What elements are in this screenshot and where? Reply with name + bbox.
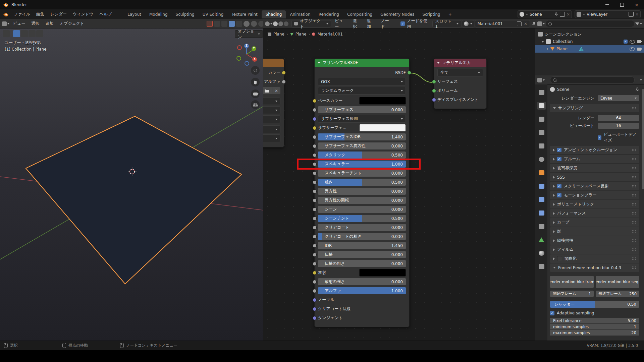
expand-icon[interactable] xyxy=(541,41,544,43)
new-scene-icon[interactable] xyxy=(560,12,565,17)
gizmo-z-axis[interactable]: Z xyxy=(244,44,249,48)
input-socket[interactable] xyxy=(313,126,317,130)
eye-icon[interactable] xyxy=(630,47,635,51)
chevron-down-icon[interactable] xyxy=(640,79,642,81)
sampling-value-field[interactable]: 64 xyxy=(598,115,639,121)
panel-12[interactable]: 簡略化 xyxy=(550,254,639,263)
panel-checkbox[interactable]: ✓ xyxy=(557,193,561,197)
panel-grip-icon[interactable] xyxy=(632,167,636,170)
material-slot-dropdown[interactable]: スロット1 xyxy=(432,20,461,27)
panel-grip-icon[interactable] xyxy=(632,107,636,110)
output-target-dropdown[interactable]: 全て xyxy=(437,69,483,76)
panel-grip-icon[interactable] xyxy=(632,239,636,242)
slider-1[interactable]: サブサーフェス0.000 xyxy=(318,106,406,113)
input-socket[interactable] xyxy=(432,98,436,102)
panel-11[interactable]: フィルム xyxy=(550,245,639,254)
properties-tab-physics[interactable] xyxy=(537,209,546,217)
panel-checkbox[interactable]: ✓ xyxy=(557,184,561,188)
workspace-tab-compositing[interactable]: Compositing xyxy=(343,10,376,18)
editor-type-icon[interactable] xyxy=(2,21,7,26)
chevron-down-icon[interactable] xyxy=(543,79,545,81)
properties-tab-material[interactable] xyxy=(537,249,546,257)
input-socket[interactable] xyxy=(313,207,317,212)
panel-2[interactable]: 被写界深度 xyxy=(550,164,639,172)
use-nodes-toggle[interactable]: ✓ ノードを使用 xyxy=(400,19,431,29)
panel-grip-icon[interactable] xyxy=(632,176,636,179)
workspace-tab-shading[interactable]: Shading xyxy=(262,10,286,18)
viewport-menu-3[interactable]: オブジェクト xyxy=(57,19,88,28)
bsdf-output-socket[interactable] xyxy=(407,71,411,75)
panel-grip-icon[interactable] xyxy=(632,221,636,224)
properties-tab-texture[interactable] xyxy=(537,263,546,270)
scene-selector[interactable]: Scene × xyxy=(518,10,572,18)
input-socket[interactable] xyxy=(313,171,317,175)
slider-6[interactable]: メタリック0.500 xyxy=(318,152,406,159)
slider-18[interactable]: 伝播の粗さ0.000 xyxy=(318,260,406,267)
properties-tab-object-data[interactable] xyxy=(537,236,546,244)
input-socket[interactable] xyxy=(313,144,317,148)
input-socket[interactable] xyxy=(313,271,317,275)
panel-checkbox[interactable]: ✓ xyxy=(557,148,561,152)
input-socket[interactable] xyxy=(313,135,317,139)
outliner-row-collection[interactable]: Collection ✓ xyxy=(535,38,644,45)
output-socket[interactable] xyxy=(282,80,286,84)
chevron-down-icon[interactable] xyxy=(270,23,272,24)
motion-blur-value-row-2[interactable]: maximum samples20 xyxy=(550,330,639,336)
image-texture-node[interactable]: カラーアルファ× xyxy=(263,58,284,147)
input-socket[interactable] xyxy=(313,162,317,166)
shader-ball-object-icon[interactable] xyxy=(273,21,278,26)
color-swatch[interactable] xyxy=(359,124,406,132)
slider-20[interactable]: 放射の強さ0.000 xyxy=(318,278,406,285)
workspace-tab-layout[interactable]: Layout xyxy=(123,10,145,18)
filter-icon[interactable] xyxy=(635,22,639,25)
input-socket[interactable] xyxy=(313,262,317,266)
outliner-row-plane[interactable]: Plane xyxy=(535,45,644,53)
use-nodes-checkbox[interactable]: ✓ xyxy=(400,21,405,26)
slider-11[interactable]: 異方性の回転0.000 xyxy=(318,197,406,204)
properties-tab-render[interactable] xyxy=(537,102,546,110)
unlink-image-button[interactable]: × xyxy=(272,87,280,94)
unlink-material-icon[interactable]: × xyxy=(524,21,527,26)
workspace-tab-geometry-nodes[interactable]: Geometry Nodes xyxy=(376,10,418,18)
sampling-value-field[interactable]: 16 xyxy=(598,123,639,129)
gizmo-x-neg[interactable] xyxy=(237,45,242,50)
motion-blur-button-0[interactable]: Render motion blur frame xyxy=(550,276,594,288)
input-socket[interactable] xyxy=(313,198,317,202)
properties-tab-constraints[interactable] xyxy=(537,223,546,230)
sampling-panel-header[interactable]: サンプリング xyxy=(550,104,639,112)
panel-8[interactable]: カーブ xyxy=(550,218,639,227)
menu-0[interactable]: ファイル xyxy=(11,10,33,18)
panel-checkbox[interactable] xyxy=(557,256,562,261)
input-socket[interactable] xyxy=(313,253,317,257)
shading-solid-icon[interactable] xyxy=(244,21,250,27)
material-browse-dropdown[interactable] xyxy=(462,20,474,27)
frame-field-1[interactable]: 最終フレーム250 xyxy=(596,291,639,297)
dropdown-2[interactable]: サブサーフェス範囲 xyxy=(318,115,406,123)
pin-icon[interactable] xyxy=(554,12,558,16)
viewport-menu-2[interactable]: 追加 xyxy=(43,19,57,28)
adaptive-sampling-checkbox[interactable]: ✓ xyxy=(550,311,554,315)
slider-7[interactable]: スペキュラー1.000 xyxy=(318,161,406,168)
outliner[interactable]: シーンコレクション Collection ✓ Plane xyxy=(535,19,644,76)
input-socket[interactable] xyxy=(313,226,317,230)
material-output-node[interactable]: マテリアル出力 全て サーフェスボリュームディスプレイスメント xyxy=(434,58,487,109)
shader-menu-3[interactable]: ノード xyxy=(378,19,396,31)
output-socket[interactable] xyxy=(282,71,286,75)
workspace-tab-rendering[interactable]: Rendering xyxy=(315,10,343,18)
panel-3[interactable]: SSS xyxy=(550,173,639,181)
camera-view-button[interactable] xyxy=(251,89,260,98)
menu-3[interactable]: ウィンドウ xyxy=(70,10,96,18)
shading-material-icon[interactable] xyxy=(251,21,257,27)
slider-5[interactable]: サブサーフェス異方性0.000 xyxy=(318,142,406,149)
chevron-down-icon[interactable] xyxy=(543,23,545,24)
material-name-field[interactable]: Material.001 × xyxy=(475,20,530,27)
denoise-checkbox[interactable]: ✓ xyxy=(598,135,601,140)
input-socket[interactable] xyxy=(313,316,317,320)
properties-tab-scene[interactable] xyxy=(537,142,546,150)
properties-tab-tool[interactable] xyxy=(537,88,546,96)
properties-editor[interactable]: Scene レンダーエンジン Eevee サンプリング レンダー64ビューポート… xyxy=(535,75,644,341)
panel-grip-icon[interactable] xyxy=(632,203,636,206)
pin-icon[interactable] xyxy=(635,87,639,92)
camera-render-icon[interactable] xyxy=(637,40,641,43)
shutter-slider[interactable]: シャッター 0.50 xyxy=(550,301,639,308)
